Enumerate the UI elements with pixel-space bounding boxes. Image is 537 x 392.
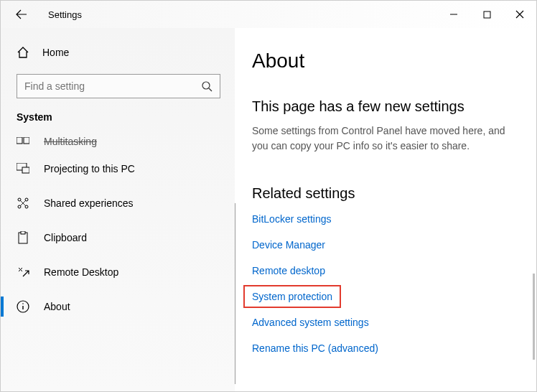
vertical-divider: [235, 203, 235, 384]
subheading: This page has a few new settings: [252, 98, 519, 115]
link-remote-desktop[interactable]: Remote desktop: [252, 265, 325, 276]
link-bitlocker[interactable]: BitLocker settings: [252, 213, 332, 225]
search-input[interactable]: [24, 80, 197, 92]
remote-icon: [17, 266, 29, 279]
page-title: About: [252, 50, 519, 73]
svg-rect-5: [22, 167, 29, 173]
minimize-icon: [449, 10, 458, 19]
back-arrow-icon: [16, 9, 27, 20]
clipboard-icon: [17, 231, 29, 244]
nav-item-clipboard[interactable]: Clipboard: [1, 220, 235, 255]
description: Some settings from Control Panel have mo…: [252, 123, 519, 154]
close-icon: [515, 10, 524, 19]
minimize-button[interactable]: [437, 3, 470, 26]
nav-label: Clipboard: [44, 232, 87, 243]
main-content: About This page has a few new settings S…: [235, 28, 536, 391]
link-rename-pc[interactable]: Rename this PC (advanced): [252, 342, 378, 354]
nav-label: Projecting to this PC: [44, 163, 135, 174]
window-controls: [437, 3, 536, 26]
nav-list: Multitasking Projecting to this PC Share…: [1, 130, 235, 324]
nav-label: About: [44, 301, 70, 312]
link-device-manager[interactable]: Device Manager: [252, 239, 325, 251]
nav-item-multitasking[interactable]: Multitasking: [1, 130, 235, 151]
svg-point-13: [22, 303, 24, 304]
nav-label: Remote Desktop: [44, 266, 118, 278]
projecting-icon: [17, 162, 29, 175]
nav-item-remote[interactable]: Remote Desktop: [1, 255, 235, 289]
nav-label: Multitasking: [44, 136, 97, 147]
search-icon: [201, 80, 213, 92]
search-box[interactable]: [17, 74, 220, 98]
svg-rect-3: [24, 137, 29, 144]
svg-rect-11: [21, 231, 25, 234]
back-button[interactable]: [9, 2, 34, 27]
home-nav[interactable]: Home: [1, 38, 235, 67]
svg-rect-2: [17, 137, 22, 144]
sidebar: Home System Multitasking: [1, 28, 235, 391]
nav-label: Shared experiences: [44, 197, 134, 209]
shared-icon: [17, 197, 29, 210]
link-advanced-system[interactable]: Advanced system settings: [252, 317, 369, 328]
nav-item-shared[interactable]: Shared experiences: [1, 186, 235, 220]
section-label: System: [1, 107, 235, 130]
about-icon: [17, 300, 29, 313]
home-label: Home: [42, 47, 69, 58]
svg-point-1: [202, 82, 210, 89]
related-links: BitLocker settings Device Manager Remote…: [252, 213, 519, 354]
link-system-protection[interactable]: System protection: [243, 285, 341, 308]
scrollbar[interactable]: [533, 274, 535, 360]
related-heading: Related settings: [252, 185, 519, 202]
home-icon: [17, 46, 29, 59]
nav-item-projecting[interactable]: Projecting to this PC: [1, 151, 235, 186]
maximize-icon: [483, 11, 491, 19]
nav-item-about[interactable]: About: [1, 289, 235, 324]
maximize-button[interactable]: [470, 3, 503, 26]
close-button[interactable]: [503, 3, 536, 26]
titlebar: Settings: [1, 1, 536, 28]
multitasking-icon: [17, 134, 29, 147]
svg-rect-0: [484, 11, 490, 18]
window-title: Settings: [48, 9, 82, 20]
